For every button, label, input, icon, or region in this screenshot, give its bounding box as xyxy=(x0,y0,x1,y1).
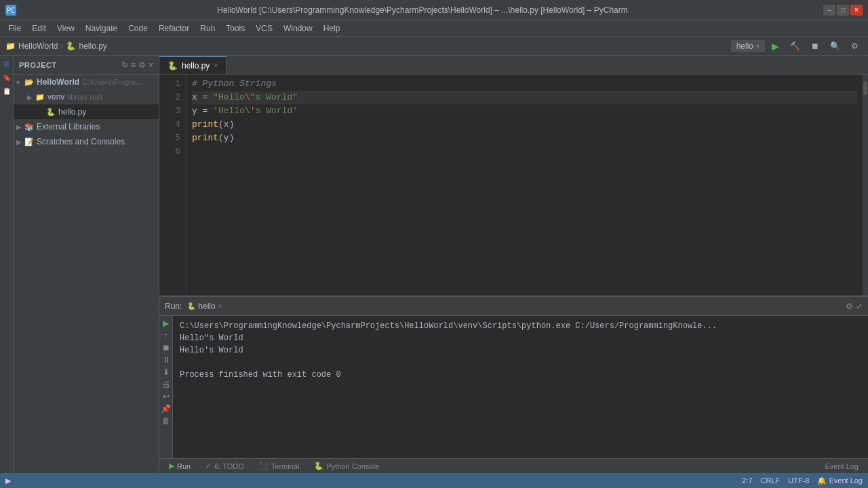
soft-wrap-icon[interactable]: ↩ xyxy=(163,392,170,401)
expand-arrow-icon: ▾ xyxy=(16,79,24,86)
scratches-arrow-icon: ▶ xyxy=(16,138,24,146)
output-line-1: Hello"s World xyxy=(180,332,861,344)
project-folder-icon: 📁 xyxy=(5,41,16,51)
stop-run-icon[interactable]: ⏹ xyxy=(162,343,170,352)
collapse-icon[interactable]: ≡ xyxy=(131,60,136,70)
run-button[interactable]: ▶ xyxy=(768,39,783,53)
event-log-label: Event Log xyxy=(825,462,859,470)
code-line-2: x = "Hello\"s World" xyxy=(192,91,857,104)
file-name-breadcrumb[interactable]: hello.py xyxy=(79,41,106,51)
footer-tab-python-console[interactable]: 🐍 Python Console xyxy=(307,460,386,472)
terminal-text[interactable]: C:\Users\ProgrammingKnowledge\PycharmPro… xyxy=(173,316,868,458)
settings-button[interactable]: ⚙ xyxy=(847,40,863,52)
scroll-to-end-icon[interactable]: ⬇ xyxy=(163,367,170,377)
breadcrumb-bar: 📁 HelloWorld › 🐍 hello.py hello ▾ ▶ 🔨 ⏹ … xyxy=(0,37,868,56)
code-arg-x: x xyxy=(224,118,229,131)
run-panel-header: Run: 🐍 hello × ⚙ ⤢ xyxy=(159,297,868,316)
maximize-button[interactable]: □ xyxy=(837,5,849,16)
search-everywhere-button[interactable]: 🔍 xyxy=(826,40,844,52)
close-button[interactable]: × xyxy=(850,5,863,16)
run-panel-settings-icon[interactable]: ⚙ xyxy=(846,302,853,311)
menu-tools[interactable]: Tools xyxy=(220,22,250,35)
chevron-down-icon: ▾ xyxy=(756,43,760,49)
project-name[interactable]: HelloWorld xyxy=(18,41,58,51)
rerun-icon[interactable]: ↑ xyxy=(164,331,168,340)
output-empty xyxy=(180,357,861,369)
close-sidebar-icon[interactable]: × xyxy=(149,60,153,70)
code-op: = xyxy=(197,91,213,104)
menu-window[interactable]: Window xyxy=(278,22,318,35)
external-libraries-icon: 📚 xyxy=(24,123,34,131)
menu-navigate[interactable]: Navigate xyxy=(80,22,123,35)
code-line-1: # Python Strings xyxy=(192,77,857,91)
python-file-icon: 🐍 xyxy=(46,108,56,117)
menu-vcs[interactable]: VCS xyxy=(250,22,278,35)
encoding[interactable]: UTF-8 xyxy=(788,476,809,485)
menu-code[interactable]: Code xyxy=(123,22,153,35)
project-view-icon[interactable]: ☰ xyxy=(1,58,12,69)
code-escape2: \' xyxy=(245,104,256,118)
code-var-x: x xyxy=(192,91,197,104)
close-run-icon[interactable]: 🗑 xyxy=(162,416,170,426)
status-run-icon[interactable]: ▶ xyxy=(5,476,11,485)
event-log-status[interactable]: 🔔 Event Log xyxy=(817,476,863,485)
settings-sidebar-icon[interactable]: ⚙ xyxy=(138,60,146,70)
run-panel-maximize-icon[interactable]: ⤢ xyxy=(856,302,863,311)
sidebar-item-hellopy[interactable]: ▶ 🐍 hello.py xyxy=(14,104,159,119)
project-icon: 📂 xyxy=(24,78,34,87)
footer-tab-terminal[interactable]: ⬛ Terminal xyxy=(252,460,307,472)
run-tab-close-icon[interactable]: × xyxy=(218,302,222,310)
sidebar-item-scratches[interactable]: ▶ 📝 Scratches and Consoles xyxy=(14,134,159,149)
run-config-selector[interactable]: hello ▾ xyxy=(731,40,765,52)
breadcrumb-separator: › xyxy=(60,41,63,51)
sync-icon[interactable]: ↻ xyxy=(121,60,128,70)
sidebar-scratches-label: Scratches and Consoles xyxy=(37,137,125,146)
minimize-button[interactable]: – xyxy=(823,5,835,16)
code-line-4: print(x) xyxy=(192,118,857,131)
stop-button[interactable]: ⏹ xyxy=(807,40,823,52)
pause-icon[interactable]: ⏸ xyxy=(162,355,170,365)
code-content[interactable]: # Python Strings x = "Hello\"s World" y … xyxy=(186,75,863,296)
pin-tab-icon[interactable]: 📌 xyxy=(161,404,171,413)
sidebar-helloworld-label: HelloWorld xyxy=(37,77,79,87)
editor-area: 🐍 hello.py × 1 2 3 4 5 6 # Python String… xyxy=(159,56,868,473)
menu-refactor[interactable]: Refactor xyxy=(153,22,195,35)
sidebar-item-helloworld[interactable]: ▾ 📂 HelloWorld C:\Users\Progra... xyxy=(14,75,159,89)
tab-close-icon[interactable]: × xyxy=(214,62,218,69)
print-icon[interactable]: 🖨 xyxy=(162,380,170,389)
main-area: ☰ 🔖 📋 PROJECT ↻ ≡ ⚙ × ▾ 📂 HelloWorld C:\… xyxy=(0,56,868,473)
output-line-2: Hello's World xyxy=(180,344,861,357)
menu-edit[interactable]: Edit xyxy=(26,22,52,35)
editor-scrollbar[interactable] xyxy=(863,75,868,296)
code-op2: = xyxy=(197,104,213,118)
run-command-line: C:\Users\ProgrammingKnowledge\PycharmPro… xyxy=(180,320,861,332)
code-paren2: ) xyxy=(229,118,235,131)
tab-hellopy[interactable]: 🐍 hello.py × xyxy=(159,56,226,74)
menu-file[interactable]: File xyxy=(3,22,26,35)
sidebar-hellopy-label: hello.py xyxy=(58,107,86,117)
run-label: Run: xyxy=(165,302,182,311)
bookmark-icon[interactable]: 🔖 xyxy=(1,72,12,83)
cursor-position[interactable]: 2:7 xyxy=(742,476,752,485)
tab-file-icon: 🐍 xyxy=(167,61,178,70)
ext-lib-arrow-icon: ▶ xyxy=(16,123,24,131)
run-tab[interactable]: 🐍 hello × xyxy=(187,302,222,311)
run-tab-name: hello xyxy=(198,302,215,311)
event-log-text: Event Log xyxy=(829,476,863,485)
menu-view[interactable]: View xyxy=(52,22,80,35)
footer-tab-todo[interactable]: ✓ 6: TODO xyxy=(199,460,251,472)
structure-icon[interactable]: 📋 xyxy=(1,85,12,96)
sidebar-item-external-libraries[interactable]: ▶ 📚 External Libraries xyxy=(14,119,159,134)
run-again-icon[interactable]: ▶ xyxy=(163,319,169,328)
code-editor[interactable]: 1 2 3 4 5 6 # Python Strings x = "Hello\… xyxy=(159,75,868,296)
line-ending[interactable]: CRLF xyxy=(761,476,781,485)
venv-folder-icon: 📁 xyxy=(35,93,45,102)
footer-terminal-icon: ⬛ xyxy=(259,462,269,470)
menu-run[interactable]: Run xyxy=(195,22,220,35)
code-string-double: "Hello xyxy=(213,91,245,104)
build-button[interactable]: 🔨 xyxy=(786,40,804,52)
footer-tab-event-log[interactable]: Event Log xyxy=(818,461,865,472)
menu-help[interactable]: Help xyxy=(318,22,346,35)
footer-tab-run[interactable]: ▶ Run xyxy=(162,460,197,472)
sidebar-item-venv[interactable]: ▶ 📁 venv library root xyxy=(14,89,159,104)
